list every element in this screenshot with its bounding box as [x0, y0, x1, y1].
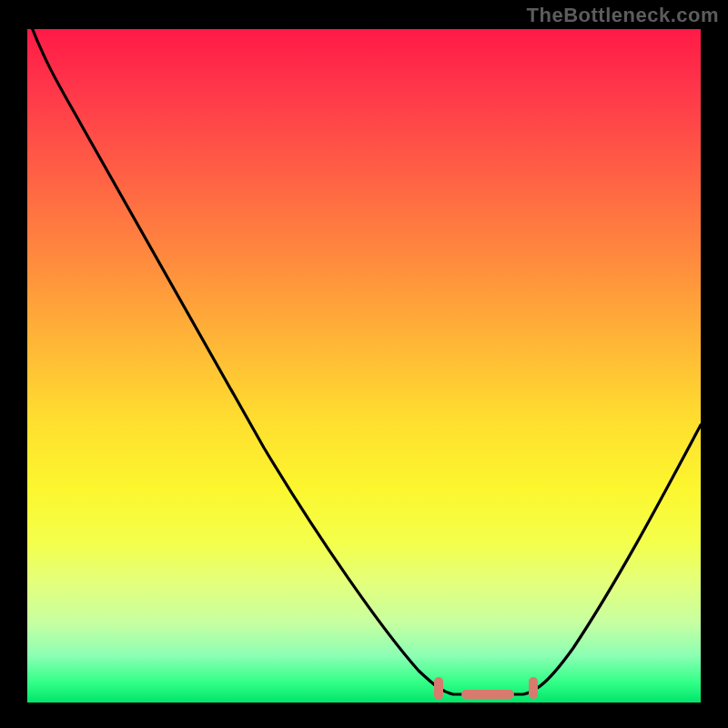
bottleneck-curve	[27, 29, 701, 703]
curve-path	[27, 15, 701, 694]
chart-container: TheBottleneck.com	[0, 0, 728, 728]
watermark-text: TheBottleneck.com	[527, 4, 719, 27]
plot-area	[27, 29, 701, 703]
